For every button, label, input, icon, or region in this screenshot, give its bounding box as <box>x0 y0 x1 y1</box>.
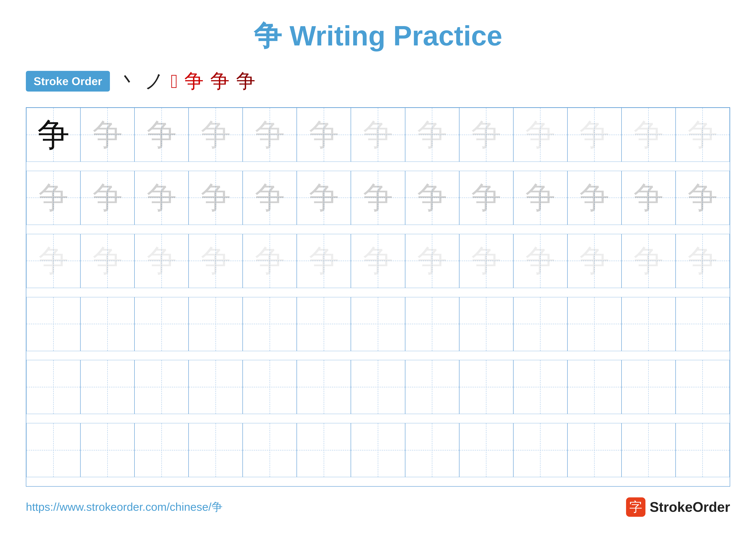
grid-cell[interactable] <box>513 423 567 477</box>
grid-cell[interactable]: 争 <box>134 108 189 162</box>
grid-cell[interactable] <box>676 360 730 414</box>
grid-cell[interactable] <box>297 360 351 414</box>
grid-cell[interactable] <box>351 297 405 351</box>
grid-cell[interactable]: 争 <box>676 108 730 162</box>
grid-cell[interactable]: 争 <box>189 234 243 288</box>
grid-cell[interactable] <box>459 360 513 414</box>
stroke-4: 争 <box>184 68 204 94</box>
stroke-6: 争 <box>236 68 256 94</box>
grid-cell[interactable]: 争 <box>513 108 567 162</box>
grid-cell[interactable] <box>134 423 189 477</box>
grid-cell[interactable] <box>134 297 189 351</box>
stroke-order-area: Stroke Order 丶 ノ 𠃍 争 争 争 <box>26 68 730 94</box>
page-title: 争 Writing Practice <box>26 17 730 55</box>
grid-cell[interactable]: 争 <box>405 171 459 225</box>
grid-cell[interactable] <box>189 360 243 414</box>
stroke-order-badge: Stroke Order <box>26 71 110 91</box>
grid-cell[interactable] <box>622 360 676 414</box>
grid-cell[interactable] <box>80 423 134 477</box>
grid-cell[interactable]: 争 <box>134 171 189 225</box>
grid-cell[interactable] <box>405 423 459 477</box>
grid-cell[interactable]: 争 <box>513 171 567 225</box>
grid-cell[interactable]: 争 <box>513 234 567 288</box>
grid-cell[interactable] <box>567 423 622 477</box>
stroke-sequence: 丶 ノ 𠃍 争 争 争 <box>119 68 256 94</box>
grid-cell[interactable]: 争 <box>243 234 297 288</box>
grid-cell[interactable] <box>26 297 80 351</box>
grid-cell[interactable] <box>26 423 80 477</box>
grid-cell[interactable]: 争 <box>459 171 513 225</box>
practice-grid: 争争争争争争争争争争争争争争争争争争争争争争争争争争争争争争争争争争争争争争争 <box>26 107 730 487</box>
stroke-5: 争 <box>210 68 230 94</box>
grid-cell[interactable] <box>567 297 622 351</box>
grid-cell[interactable]: 争 <box>297 234 351 288</box>
grid-cell[interactable] <box>567 360 622 414</box>
grid-cell[interactable] <box>134 360 189 414</box>
grid-cell[interactable] <box>80 360 134 414</box>
grid-cell[interactable] <box>513 297 567 351</box>
grid-cell[interactable]: 争 <box>622 171 676 225</box>
grid-cell[interactable] <box>80 297 134 351</box>
grid-cell[interactable] <box>297 297 351 351</box>
grid-cell[interactable]: 争 <box>405 234 459 288</box>
grid-cell[interactable]: 争 <box>297 108 351 162</box>
grid-cell[interactable]: 争 <box>567 108 622 162</box>
grid-cell[interactable] <box>513 360 567 414</box>
grid-cell[interactable] <box>243 360 297 414</box>
footer: https://www.strokeorder.com/chinese/争 字 … <box>26 497 730 517</box>
grid-cell[interactable]: 争 <box>26 234 80 288</box>
grid-cell[interactable] <box>405 360 459 414</box>
grid-cell[interactable]: 争 <box>676 234 730 288</box>
grid-cell[interactable]: 争 <box>351 234 405 288</box>
grid-cell[interactable]: 争 <box>622 234 676 288</box>
grid-cell[interactable] <box>351 360 405 414</box>
grid-cell[interactable] <box>189 423 243 477</box>
grid-cell[interactable]: 争 <box>459 108 513 162</box>
grid-cell[interactable]: 争 <box>189 171 243 225</box>
grid-cell[interactable] <box>243 297 297 351</box>
stroke-2: ノ <box>145 68 164 94</box>
grid-cell[interactable] <box>622 297 676 351</box>
grid-cell[interactable]: 争 <box>459 234 513 288</box>
title-area: 争 Writing Practice <box>26 17 730 55</box>
grid-cell[interactable]: 争 <box>351 108 405 162</box>
grid-cell[interactable] <box>243 423 297 477</box>
grid-cell[interactable] <box>189 297 243 351</box>
grid-cell[interactable] <box>676 297 730 351</box>
stroke-3: 𠃍 <box>171 70 178 92</box>
grid-cell[interactable]: 争 <box>80 108 134 162</box>
page-container: 争 Writing Practice Stroke Order 丶 ノ 𠃍 争 … <box>0 0 756 534</box>
grid-cell[interactable]: 争 <box>676 171 730 225</box>
grid-cell[interactable]: 争 <box>26 108 80 162</box>
grid-cell[interactable]: 争 <box>297 171 351 225</box>
grid-cell[interactable]: 争 <box>26 171 80 225</box>
grid-cell[interactable] <box>351 423 405 477</box>
grid-cell[interactable]: 争 <box>80 171 134 225</box>
grid-cell[interactable] <box>26 360 80 414</box>
grid-cell[interactable]: 争 <box>622 108 676 162</box>
grid-cell[interactable] <box>676 423 730 477</box>
grid-cell[interactable] <box>459 423 513 477</box>
footer-logo-text: StrokeOrder <box>650 499 730 515</box>
footer-url[interactable]: https://www.strokeorder.com/chinese/争 <box>26 499 223 515</box>
footer-logo-icon: 字 <box>626 497 645 517</box>
grid-cell[interactable]: 争 <box>405 108 459 162</box>
grid-cell[interactable] <box>459 297 513 351</box>
grid-cell[interactable]: 争 <box>189 108 243 162</box>
grid-cell[interactable] <box>622 423 676 477</box>
grid-cell[interactable]: 争 <box>567 171 622 225</box>
grid-cell[interactable]: 争 <box>243 171 297 225</box>
stroke-1: 丶 <box>119 68 138 94</box>
grid-cell[interactable]: 争 <box>134 234 189 288</box>
grid-cell[interactable] <box>405 297 459 351</box>
grid-cell[interactable] <box>297 423 351 477</box>
grid-cell[interactable]: 争 <box>567 234 622 288</box>
grid-cell[interactable]: 争 <box>243 108 297 162</box>
footer-logo: 字 StrokeOrder <box>626 497 730 517</box>
grid-cell[interactable]: 争 <box>351 171 405 225</box>
grid-cell[interactable]: 争 <box>80 234 134 288</box>
